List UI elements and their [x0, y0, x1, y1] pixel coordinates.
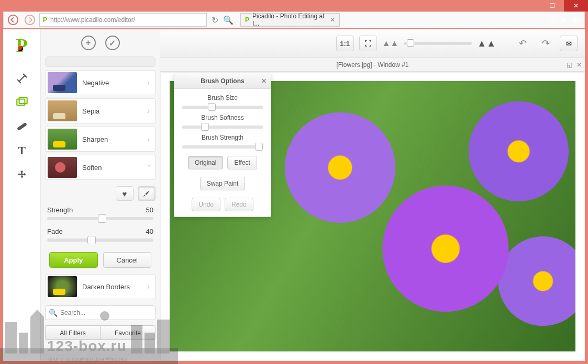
popover-redo-button[interactable]: Redo: [225, 198, 253, 211]
popover-undo-button[interactable]: Undo: [192, 198, 220, 211]
effect-item-sharpen[interactable]: Sharpen ›: [45, 127, 156, 152]
sidebar-top-actions: + ✓: [41, 29, 160, 56]
effects-list: Negative › Sepia › Sharpen › Soften ›: [41, 56, 160, 183]
canvas-title: [Flowers.jpg] - Window #1: [336, 61, 408, 69]
brush-strength-label: Brush Strength: [174, 134, 271, 141]
url-text: http://www.picadilo.com/editor/: [50, 16, 135, 24]
browser-tab[interactable]: P Picadilo - Photo Editing at I... ✕: [240, 13, 340, 27]
fit-actual-button[interactable]: 1:1: [336, 36, 354, 51]
popover-close-icon[interactable]: ✕: [261, 77, 267, 85]
effect-item-negative[interactable]: Negative ›: [45, 70, 156, 95]
original-button[interactable]: Original: [188, 156, 223, 169]
url-bar[interactable]: P http://www.picadilo.com/editor/: [39, 13, 207, 27]
effect-item-darken-borders[interactable]: Darken Borders ›: [45, 274, 156, 299]
effect-item-sepia[interactable]: Sepia ›: [45, 98, 156, 123]
tab-favourite[interactable]: Favourite: [100, 325, 156, 340]
effect-label: Sharpen: [82, 135, 142, 143]
canvas[interactable]: Brush Options ✕ Brush Size Brush Softnes…: [161, 73, 584, 360]
tab-title: Picadilo - Photo Editing at I...: [252, 13, 327, 27]
search-icon: 🔍: [49, 309, 58, 317]
svg-rect-4: [17, 122, 27, 131]
browser-search-button[interactable]: 🔍: [223, 14, 234, 26]
add-effect-button[interactable]: +: [81, 36, 96, 50]
left-rail: P T: [3, 29, 41, 361]
favorite-toggle[interactable]: ♥: [116, 186, 134, 201]
brush-size-label: Brush Size: [174, 94, 271, 101]
effect-search: 🔍: [45, 305, 156, 320]
window-expand-icon[interactable]: ◱: [567, 61, 572, 69]
effect-item-placeholder[interactable]: [45, 56, 156, 67]
fade-label: Fade: [47, 228, 63, 235]
effect-label: Sepia: [82, 107, 142, 115]
brush-softness-slider[interactable]: [182, 126, 263, 129]
apply-button[interactable]: Apply: [49, 252, 98, 268]
brush-mode-button[interactable]: [138, 186, 156, 201]
chevron-right-icon: ›: [147, 78, 153, 87]
chevron-right-icon: ›: [147, 282, 153, 291]
effect-thumb: [48, 72, 77, 93]
effect-thumb: [48, 157, 77, 178]
rail-heal-icon[interactable]: [12, 116, 32, 137]
forward-button[interactable]: [23, 13, 37, 27]
fade-slider[interactable]: [47, 238, 153, 242]
app-container: P T + ✓ Negative ›: [3, 29, 585, 361]
popover-header: Brush Options ✕: [174, 73, 271, 89]
canvas-title-bar: [Flowers.jpg] - Window #1 ◱ ✕: [160, 58, 585, 72]
swap-paint-button[interactable]: Swap Paint: [200, 177, 246, 190]
brush-size-slider[interactable]: [182, 106, 263, 109]
main-area: 1:1 ▲▲ ▲▲ ↶ ↷ ✉ [Flowers.jpg] - Window #…: [160, 29, 585, 361]
svg-rect-2: [17, 99, 25, 106]
chevron-right-icon: ›: [147, 107, 153, 115]
popover-title: Brush Options: [201, 77, 244, 85]
tab-close-icon[interactable]: ✕: [330, 16, 335, 24]
star-icon[interactable]: ★: [560, 15, 567, 25]
fade-value: 40: [146, 228, 153, 235]
confirm-effect-button[interactable]: ✓: [105, 36, 120, 50]
fullscreen-button[interactable]: [359, 36, 377, 51]
minimize-button[interactable]: –: [516, 0, 540, 12]
effect-button[interactable]: Effect: [227, 156, 257, 169]
refresh-button[interactable]: ↻: [209, 14, 220, 26]
effect-label: Negative: [82, 79, 142, 87]
browser-toolbar: P http://www.picadilo.com/editor/ ↻ 🔍 P …: [3, 12, 585, 28]
chevron-down-icon: ›: [146, 165, 154, 170]
back-button[interactable]: [6, 13, 20, 27]
brush-softness-label: Brush Softness: [174, 114, 271, 121]
window-close-icon[interactable]: ✕: [576, 61, 582, 69]
filter-tabs: All Filters Favourite: [45, 325, 156, 340]
tab-favicon: P: [245, 16, 249, 24]
cancel-button[interactable]: Cancel: [103, 252, 152, 268]
effect-controls: ♥ Strength 50 Fade 40 Apply Cancel: [41, 183, 160, 274]
svg-point-0: [8, 15, 18, 25]
redo-button[interactable]: ↷: [537, 36, 554, 51]
rail-images-icon[interactable]: [12, 92, 32, 113]
search-input[interactable]: [45, 305, 156, 320]
close-window-button[interactable]: ✕: [564, 0, 588, 12]
effect-item-soften[interactable]: Soften ›: [45, 155, 156, 180]
brush-options-popover: Brush Options ✕ Brush Size Brush Softnes…: [174, 73, 271, 217]
zoom-slider[interactable]: [404, 42, 472, 45]
chevron-right-icon: ›: [147, 135, 153, 143]
effect-thumb: [48, 129, 77, 150]
rail-tools-icon[interactable]: [12, 68, 32, 89]
effect-thumb: [48, 276, 77, 297]
share-button[interactable]: ✉: [560, 36, 578, 51]
maximize-button[interactable]: ☐: [540, 0, 564, 12]
effect-label: Darken Borders: [82, 283, 142, 291]
sidebar: + ✓ Negative › Sepia › Sharpen › So: [41, 29, 160, 361]
effect-thumb: [48, 100, 77, 121]
logo: P: [16, 35, 28, 56]
rail-text-icon[interactable]: T: [12, 140, 32, 161]
strength-value: 50: [146, 206, 153, 214]
site-favicon: P: [43, 16, 47, 24]
undo-button[interactable]: ↶: [514, 36, 531, 51]
gear-icon[interactable]: ⚙: [572, 15, 580, 25]
rail-move-icon[interactable]: [12, 164, 32, 185]
zoom-in-icon: ▲▲: [477, 38, 496, 49]
strength-label: Strength: [47, 206, 73, 214]
brush-strength-slider[interactable]: [182, 145, 263, 149]
home-icon[interactable]: ⌂: [549, 15, 554, 25]
tab-all-filters[interactable]: All Filters: [45, 325, 100, 340]
strength-slider[interactable]: [47, 217, 153, 220]
zoom-out-icon: ▲▲: [382, 39, 399, 48]
